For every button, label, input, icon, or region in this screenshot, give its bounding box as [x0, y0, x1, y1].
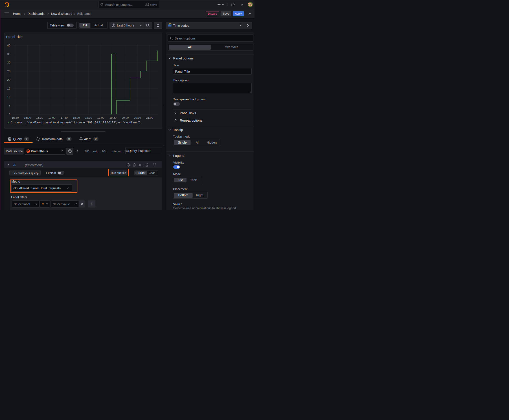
svg-text:10: 10 [7, 95, 10, 99]
svg-text:20:30: 20:30 [134, 116, 141, 119]
svg-text:19:30: 19:30 [109, 116, 116, 119]
svg-text:19:00: 19:00 [97, 116, 104, 119]
svg-text:40: 40 [7, 44, 10, 47]
svg-text:15:30: 15:30 [12, 116, 19, 119]
svg-text:17:30: 17:30 [61, 116, 68, 119]
svg-text:21:00: 21:00 [146, 116, 153, 119]
svg-text:30: 30 [7, 61, 10, 64]
svg-text:0: 0 [9, 113, 10, 116]
svg-text:18:30: 18:30 [85, 116, 92, 119]
svg-text:20:00: 20:00 [122, 116, 129, 119]
svg-text:16:00: 16:00 [24, 116, 31, 119]
svg-text:20: 20 [7, 78, 10, 82]
svg-text:17:00: 17:00 [48, 116, 55, 119]
svg-text:25: 25 [7, 69, 10, 73]
svg-text:15: 15 [7, 87, 10, 90]
svg-text:5: 5 [9, 104, 10, 107]
svg-text:18:00: 18:00 [73, 116, 80, 119]
svg-text:35: 35 [7, 52, 10, 56]
svg-text:16:30: 16:30 [36, 116, 43, 119]
svg-text:{__name__="cloudflared_tunnel_: {__name__="cloudflared_tunnel_total_requ… [11, 121, 140, 124]
